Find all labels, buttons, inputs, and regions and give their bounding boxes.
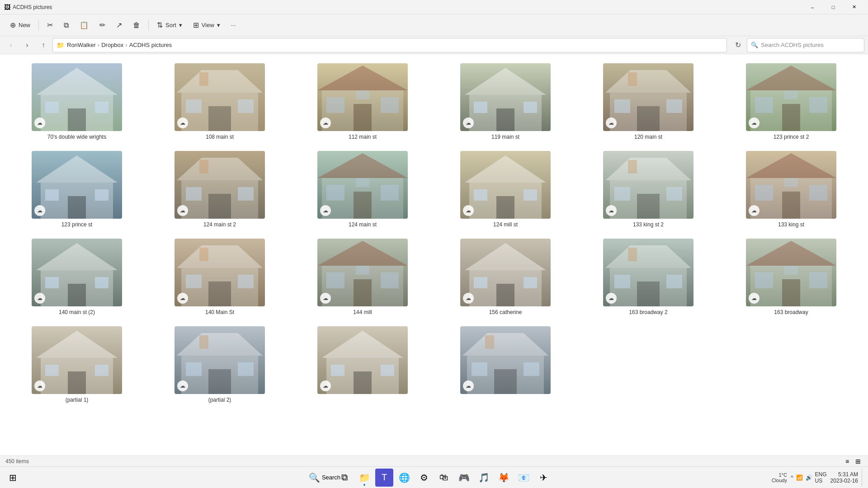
photo-item[interactable]: ☁119 main st	[438, 61, 573, 142]
cut-button[interactable]: ✂	[42, 17, 57, 33]
photo-item[interactable]: ☁124 mill st	[438, 149, 573, 230]
search-bar[interactable]: 🔍 Search ACDHS pictures	[747, 38, 864, 52]
more-button[interactable]: ···	[226, 17, 241, 33]
photo-thumbnail: ☁	[175, 151, 265, 219]
photo-item[interactable]: ☁133 king st 2	[580, 149, 716, 230]
up-button[interactable]: ↑	[36, 38, 51, 52]
new-button[interactable]: ⊕ New	[5, 17, 35, 33]
svg-marker-57	[605, 158, 691, 180]
photo-item[interactable]: ☁133 king st	[723, 149, 859, 230]
svg-rect-112	[199, 335, 208, 349]
svg-marker-1	[36, 68, 118, 95]
svg-marker-103	[36, 331, 118, 358]
cloud-sync-icon: ☁	[320, 117, 331, 128]
copy-button[interactable]: ⧉	[59, 17, 73, 33]
svg-marker-80	[317, 241, 408, 266]
photo-item[interactable]: ☁123 prince st	[9, 149, 145, 230]
photo-item[interactable]: ☁112 main st	[295, 61, 430, 142]
tray-network[interactable]: 📶	[796, 474, 803, 481]
svg-rect-44	[199, 160, 208, 174]
back-button[interactable]: ‹	[4, 38, 18, 52]
taskbar-file-explorer[interactable]: 📁	[355, 469, 373, 487]
breadcrumb-dropbox[interactable]: Dropbox	[101, 42, 123, 48]
photo-label: 140 Main St	[205, 309, 234, 315]
grid-view-button[interactable]: ⊞	[854, 457, 863, 466]
svg-rect-19	[496, 108, 514, 131]
photo-item[interactable]: ☁108 main st	[152, 61, 288, 142]
new-label: New	[19, 22, 30, 28]
tray-chevron[interactable]: ^	[791, 474, 793, 481]
photo-item[interactable]: ☁(partial 1)	[9, 324, 145, 405]
forward-button[interactable]: ›	[20, 38, 34, 52]
photo-item[interactable]: ☁156 catherine	[438, 237, 573, 317]
taskbar-task-view[interactable]: ⧉	[335, 469, 354, 487]
taskbar-edge[interactable]: 🌐	[395, 469, 413, 487]
maximize-button[interactable]: □	[823, 0, 844, 14]
cloud-sync-icon: ☁	[749, 293, 760, 304]
photo-label: 133 king st	[778, 221, 804, 228]
photo-item[interactable]: ☁(partial 2)	[152, 324, 288, 405]
photo-thumbnail: ☁	[746, 151, 836, 219]
delete-button[interactable]: 🗑	[128, 17, 145, 33]
photo-item[interactable]: ☁144 mill	[295, 237, 430, 317]
view-button[interactable]: ⊞ View ▾	[189, 17, 225, 33]
start-button[interactable]: ⊞	[4, 469, 22, 487]
taskbar-app2[interactable]: 📧	[514, 469, 533, 487]
taskbar-app1[interactable]: 🎵	[475, 469, 493, 487]
photo-label: 124 main st	[349, 221, 377, 228]
cut-icon: ✂	[47, 21, 53, 29]
photo-item[interactable]: ☁140 main st (2)	[9, 237, 145, 317]
close-button[interactable]: ✕	[844, 0, 864, 14]
photo-item[interactable]: ☁163 broadway 2	[580, 237, 716, 317]
paste-button[interactable]: 📋	[75, 17, 93, 33]
show-desktop-button[interactable]	[862, 469, 864, 487]
cloud-sync-icon: ☁	[177, 380, 188, 391]
svg-rect-99	[755, 272, 773, 288]
photo-item[interactable]: ☁140 Main St	[152, 237, 288, 317]
rename-button[interactable]: ✏	[95, 17, 110, 33]
tray-volume[interactable]: 🔊	[806, 474, 812, 481]
svg-rect-58	[637, 194, 660, 219]
cloud-sync-icon: ☁	[320, 293, 331, 304]
svg-rect-106	[95, 365, 108, 376]
svg-rect-50	[356, 178, 369, 187]
svg-marker-108	[177, 333, 263, 356]
taskbar-teams[interactable]: T	[375, 469, 393, 487]
taskbar-search[interactable]: 🔍 Search	[316, 469, 334, 487]
taskbar-firefox[interactable]: 🦊	[495, 469, 513, 487]
sort-chevron-icon: ▾	[179, 22, 182, 28]
clock[interactable]: 5:31 AM 2023-02-16	[830, 471, 858, 484]
cloud-sync-icon: ☁	[606, 117, 617, 128]
photo-item[interactable]: ☁123 prince st 2	[723, 61, 859, 142]
photo-item-partial[interactable]: ☁	[295, 324, 430, 405]
svg-marker-97	[746, 241, 836, 266]
photo-item[interactable]: ☁120 main st	[580, 61, 716, 142]
photo-item[interactable]: ☁124 main st	[295, 149, 430, 230]
taskbar-chrome[interactable]: ⚙	[415, 469, 433, 487]
svg-rect-13	[354, 104, 372, 131]
cloud-sync-icon: ☁	[749, 205, 760, 216]
lang-region: ENG US	[815, 471, 827, 484]
photo-item[interactable]: ☁163 broadway	[723, 237, 859, 317]
taskbar-app3[interactable]: ✈	[534, 469, 552, 487]
view-icon: ⊞	[193, 21, 199, 29]
taskbar-xbox[interactable]: 🎮	[455, 469, 473, 487]
svg-rect-100	[809, 272, 827, 288]
svg-rect-15	[381, 97, 399, 113]
svg-rect-9	[238, 99, 254, 113]
photo-item-partial[interactable]: ☁	[438, 324, 573, 405]
taskbar-store[interactable]: 🛍	[435, 469, 453, 487]
svg-rect-67	[784, 178, 798, 187]
refresh-button[interactable]: ↻	[731, 38, 745, 52]
photo-item[interactable]: ☁70's double wide wrights	[9, 61, 145, 142]
list-view-button[interactable]: ≡	[843, 457, 852, 466]
photo-item[interactable]: ☁124 main st 2	[152, 149, 288, 230]
share-button[interactable]: ↗	[112, 17, 127, 33]
breadcrumb-ronwalker[interactable]: RonWalker	[67, 42, 96, 48]
photo-label: 119 main st	[491, 134, 519, 140]
app-icon: 🖼	[4, 4, 11, 11]
minimize-button[interactable]: –	[802, 0, 823, 14]
taskbar-right: 1°C Cloudy ^ 📶 🔊 ENG US 5:31 AM 2023-02-…	[772, 469, 864, 487]
tray-battery: ENG US	[815, 471, 827, 484]
sort-button[interactable]: ⇅ Sort ▾	[152, 17, 187, 33]
